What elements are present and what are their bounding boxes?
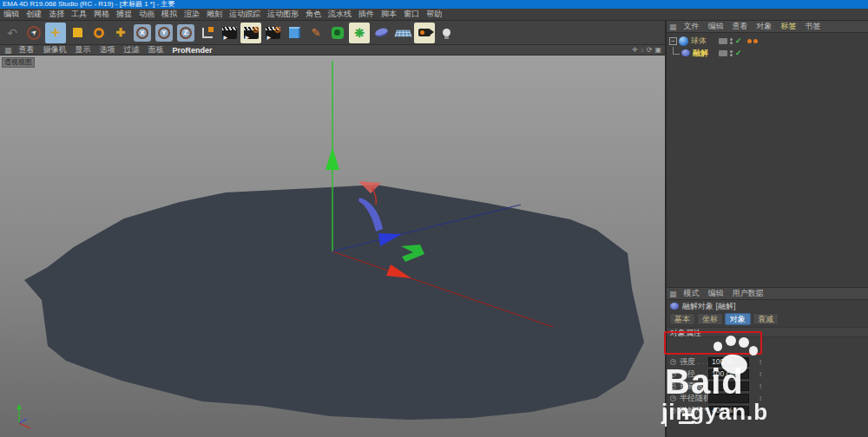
z-axis-lock-button[interactable]: Z	[175, 23, 196, 43]
menu-animate[interactable]: 动画	[135, 9, 158, 20]
menu-pipeline[interactable]: 流水线	[325, 9, 355, 20]
x-axis-lock-button[interactable]: X	[132, 23, 153, 43]
stepper-icon[interactable]: ↕	[759, 382, 762, 390]
render-view-button[interactable]	[219, 23, 240, 43]
menu-select[interactable]: 选择	[45, 9, 68, 20]
menu-render[interactable]: 渲染	[181, 9, 203, 20]
melted-size-value-field[interactable]: 400 %	[708, 406, 749, 415]
tab-coordinates[interactable]: 坐标	[697, 313, 723, 325]
menu-tools[interactable]: 工具	[68, 9, 90, 20]
om-menu-bookmarks[interactable]: 书签	[801, 21, 825, 32]
om-menu-edit[interactable]: 编辑	[704, 21, 728, 32]
move-tool-icon[interactable]: ✛	[45, 23, 66, 43]
coordinate-system-button[interactable]	[197, 23, 218, 43]
camera-button[interactable]	[414, 23, 435, 43]
om-menu-file[interactable]: 文件	[680, 21, 704, 32]
menu-motion-tracker[interactable]: 运动跟踪	[226, 9, 264, 20]
menu-mograph[interactable]: 运动图形	[264, 9, 302, 20]
vp-menu-display[interactable]: 显示	[71, 44, 95, 55]
strength-value-field[interactable]: 100 %	[708, 357, 749, 367]
stepper-icon[interactable]: ↕	[759, 358, 762, 366]
select-tool-icon[interactable]: ➤	[23, 23, 44, 43]
panel-grid-icon[interactable]: ▦	[667, 23, 680, 31]
vp-menu-cameras[interactable]: 摄像机	[39, 44, 71, 55]
am-menu-userdata[interactable]: 用户数据	[728, 288, 768, 299]
menu-help[interactable]: 帮助	[423, 9, 445, 20]
tab-object[interactable]: 对象	[725, 313, 751, 325]
vp-menu-view[interactable]: 查看	[15, 44, 39, 55]
keyframe-dot-icon[interactable]	[670, 408, 676, 414]
enabled-check-icon[interactable]: ✓	[735, 49, 742, 57]
pan-icon[interactable]: ✛	[632, 46, 638, 54]
radius-value-field[interactable]: 100 cm	[708, 369, 749, 379]
menu-snap[interactable]: 捕捉	[113, 9, 135, 20]
tag-icons[interactable]	[747, 39, 758, 43]
object-properties-header: 对象属性	[667, 327, 868, 337]
keyframe-dot-icon[interactable]	[670, 359, 676, 365]
om-menu-tags[interactable]: 标签	[777, 21, 801, 32]
toggle-panel-icon[interactable]: ▣	[654, 46, 661, 54]
zoom-icon[interactable]: ↓	[641, 46, 644, 54]
add-cube-button[interactable]	[284, 23, 305, 43]
menu-script[interactable]: 脚本	[378, 9, 400, 20]
stepper-icon[interactable]: ↕	[759, 395, 762, 402]
rotate-view-icon[interactable]: ⟳	[647, 46, 653, 54]
light-button[interactable]	[436, 23, 457, 43]
vp-menu-panel[interactable]: 面板	[144, 44, 168, 55]
render-settings-button[interactable]: ⚙	[262, 23, 283, 43]
panel-grid-icon[interactable]: ▦	[667, 290, 680, 298]
object-row-sphere[interactable]: − 球体 ✓	[667, 35, 868, 47]
object-name-melt[interactable]: 融解	[693, 48, 708, 59]
vp-menu-filter[interactable]: 过滤	[120, 44, 144, 55]
am-menu-mode[interactable]: 模式	[680, 288, 704, 299]
property-row-melted-size: 融解尺寸 400 % ↕	[667, 404, 868, 416]
menu-character[interactable]: 角色	[302, 9, 325, 20]
vertical-random-value-field[interactable]	[708, 382, 749, 391]
stepper-icon[interactable]: ↕	[759, 407, 762, 414]
menu-simulate[interactable]: 模拟	[158, 9, 181, 20]
main-toolbar: ↶ ➤ ✛ ✚ X Y Z ⚙ ⚙ ✎ ❋	[0, 21, 665, 45]
layer-chip[interactable]	[719, 50, 727, 56]
radial-random-value-field[interactable]	[708, 394, 749, 403]
object-manager-tree[interactable]: − 球体 ✓ 融解 ✓	[667, 33, 868, 288]
object-row-melt[interactable]: 融解 ✓	[667, 47, 868, 59]
viewport-3d[interactable]: 透视视图	[0, 55, 665, 437]
visibility-dots[interactable]	[730, 50, 733, 56]
stepper-icon[interactable]: ↕	[759, 370, 762, 378]
scale-tool-icon[interactable]	[67, 23, 88, 43]
menu-mesh[interactable]: 网格	[90, 9, 113, 20]
render-to-picture-viewer-button[interactable]: ⚙	[240, 23, 261, 43]
spline-pen-button[interactable]: ✎	[306, 23, 326, 43]
menu-window[interactable]: 窗口	[400, 9, 423, 20]
keyframe-dot-icon[interactable]	[670, 371, 676, 377]
vp-menu-options[interactable]: 选项	[95, 44, 120, 55]
subdivision-surface-button[interactable]	[327, 23, 348, 43]
y-axis-lock-button[interactable]: Y	[154, 23, 174, 43]
menu-plugins[interactable]: 插件	[355, 9, 378, 20]
viewport-view-label[interactable]: 透视视图	[2, 57, 35, 68]
layer-chip[interactable]	[719, 38, 727, 44]
menu-sculpt[interactable]: 雕刻	[203, 9, 226, 20]
undo-icon[interactable]: ↶	[2, 23, 23, 43]
tab-basic[interactable]: 基本	[669, 313, 695, 325]
deformer-button[interactable]	[371, 23, 391, 43]
property-row-radius: 半径 100 cm ↕	[667, 368, 868, 380]
om-menu-objects[interactable]: 对象	[753, 21, 777, 32]
collapse-toggle-icon[interactable]: −	[669, 37, 677, 45]
om-menu-view[interactable]: 查看	[728, 21, 753, 32]
object-name-sphere[interactable]: 球体	[691, 36, 707, 47]
viewport-layout-icon[interactable]: ▦	[2, 46, 15, 55]
last-used-tool-icon[interactable]: ✚	[110, 23, 131, 43]
menu-edit[interactable]: 编辑	[0, 9, 23, 20]
menu-create[interactable]: 创建	[23, 9, 45, 20]
keyframe-dot-icon[interactable]	[670, 395, 676, 401]
rotate-tool-icon[interactable]	[89, 23, 109, 43]
generator-button[interactable]: ❋	[349, 23, 370, 43]
am-menu-edit[interactable]: 编辑	[704, 288, 728, 299]
enabled-check-icon[interactable]: ✓	[735, 37, 742, 45]
tab-falloff[interactable]: 衰减	[753, 313, 779, 325]
keyframe-dot-icon[interactable]	[670, 383, 676, 389]
visibility-dots[interactable]	[730, 38, 733, 44]
floor-button[interactable]	[392, 23, 413, 43]
vp-menu-prorender[interactable]: ProRender	[168, 46, 217, 55]
